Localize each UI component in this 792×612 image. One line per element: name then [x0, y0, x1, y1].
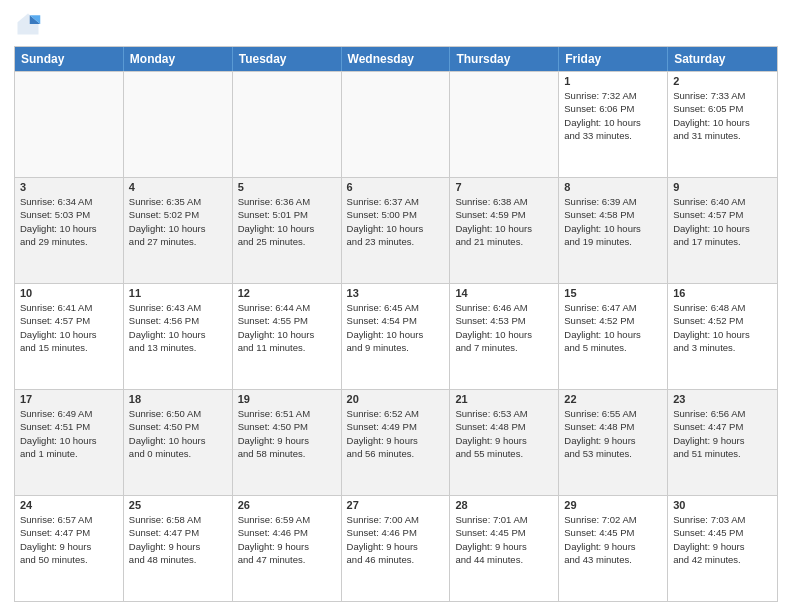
day-info: Sunrise: 7:33 AMSunset: 6:05 PMDaylight:…: [673, 89, 772, 142]
day-number: 10: [20, 287, 118, 299]
day-cell-11: 11Sunrise: 6:43 AMSunset: 4:56 PMDayligh…: [124, 284, 233, 389]
day-number: 23: [673, 393, 772, 405]
day-info: Sunrise: 7:32 AMSunset: 6:06 PMDaylight:…: [564, 89, 662, 142]
day-info: Sunrise: 6:36 AMSunset: 5:01 PMDaylight:…: [238, 195, 336, 248]
day-cell-2: 2Sunrise: 7:33 AMSunset: 6:05 PMDaylight…: [668, 72, 777, 177]
day-cell-23: 23Sunrise: 6:56 AMSunset: 4:47 PMDayligh…: [668, 390, 777, 495]
day-info: Sunrise: 6:50 AMSunset: 4:50 PMDaylight:…: [129, 407, 227, 460]
day-info: Sunrise: 6:59 AMSunset: 4:46 PMDaylight:…: [238, 513, 336, 566]
day-info: Sunrise: 6:52 AMSunset: 4:49 PMDaylight:…: [347, 407, 445, 460]
day-info: Sunrise: 7:01 AMSunset: 4:45 PMDaylight:…: [455, 513, 553, 566]
day-cell-1: 1Sunrise: 7:32 AMSunset: 6:06 PMDaylight…: [559, 72, 668, 177]
calendar-row-2: 3Sunrise: 6:34 AMSunset: 5:03 PMDaylight…: [15, 177, 777, 283]
empty-cell: [15, 72, 124, 177]
day-number: 8: [564, 181, 662, 193]
day-info: Sunrise: 6:46 AMSunset: 4:53 PMDaylight:…: [455, 301, 553, 354]
day-number: 17: [20, 393, 118, 405]
day-info: Sunrise: 6:34 AMSunset: 5:03 PMDaylight:…: [20, 195, 118, 248]
day-info: Sunrise: 6:40 AMSunset: 4:57 PMDaylight:…: [673, 195, 772, 248]
day-info: Sunrise: 6:56 AMSunset: 4:47 PMDaylight:…: [673, 407, 772, 460]
calendar: SundayMondayTuesdayWednesdayThursdayFrid…: [14, 46, 778, 602]
day-number: 15: [564, 287, 662, 299]
day-number: 30: [673, 499, 772, 511]
empty-cell: [233, 72, 342, 177]
day-info: Sunrise: 6:38 AMSunset: 4:59 PMDaylight:…: [455, 195, 553, 248]
day-cell-7: 7Sunrise: 6:38 AMSunset: 4:59 PMDaylight…: [450, 178, 559, 283]
day-cell-30: 30Sunrise: 7:03 AMSunset: 4:45 PMDayligh…: [668, 496, 777, 601]
day-info: Sunrise: 6:37 AMSunset: 5:00 PMDaylight:…: [347, 195, 445, 248]
day-cell-21: 21Sunrise: 6:53 AMSunset: 4:48 PMDayligh…: [450, 390, 559, 495]
day-number: 13: [347, 287, 445, 299]
day-number: 28: [455, 499, 553, 511]
day-number: 11: [129, 287, 227, 299]
day-number: 26: [238, 499, 336, 511]
day-number: 7: [455, 181, 553, 193]
day-number: 27: [347, 499, 445, 511]
calendar-row-1: 1Sunrise: 7:32 AMSunset: 6:06 PMDaylight…: [15, 71, 777, 177]
day-number: 24: [20, 499, 118, 511]
day-info: Sunrise: 6:47 AMSunset: 4:52 PMDaylight:…: [564, 301, 662, 354]
day-number: 6: [347, 181, 445, 193]
day-info: Sunrise: 6:44 AMSunset: 4:55 PMDaylight:…: [238, 301, 336, 354]
day-info: Sunrise: 6:57 AMSunset: 4:47 PMDaylight:…: [20, 513, 118, 566]
logo: [14, 10, 46, 38]
calendar-body: 1Sunrise: 7:32 AMSunset: 6:06 PMDaylight…: [15, 71, 777, 601]
header-cell-thursday: Thursday: [450, 47, 559, 71]
day-info: Sunrise: 6:35 AMSunset: 5:02 PMDaylight:…: [129, 195, 227, 248]
day-number: 25: [129, 499, 227, 511]
header: [14, 10, 778, 38]
day-info: Sunrise: 6:49 AMSunset: 4:51 PMDaylight:…: [20, 407, 118, 460]
page: SundayMondayTuesdayWednesdayThursdayFrid…: [0, 0, 792, 612]
day-cell-28: 28Sunrise: 7:01 AMSunset: 4:45 PMDayligh…: [450, 496, 559, 601]
day-number: 12: [238, 287, 336, 299]
day-number: 29: [564, 499, 662, 511]
day-number: 18: [129, 393, 227, 405]
day-cell-16: 16Sunrise: 6:48 AMSunset: 4:52 PMDayligh…: [668, 284, 777, 389]
day-number: 5: [238, 181, 336, 193]
day-cell-3: 3Sunrise: 6:34 AMSunset: 5:03 PMDaylight…: [15, 178, 124, 283]
day-info: Sunrise: 6:51 AMSunset: 4:50 PMDaylight:…: [238, 407, 336, 460]
day-cell-13: 13Sunrise: 6:45 AMSunset: 4:54 PMDayligh…: [342, 284, 451, 389]
day-cell-15: 15Sunrise: 6:47 AMSunset: 4:52 PMDayligh…: [559, 284, 668, 389]
header-cell-monday: Monday: [124, 47, 233, 71]
day-number: 1: [564, 75, 662, 87]
calendar-row-4: 17Sunrise: 6:49 AMSunset: 4:51 PMDayligh…: [15, 389, 777, 495]
day-info: Sunrise: 6:53 AMSunset: 4:48 PMDaylight:…: [455, 407, 553, 460]
day-info: Sunrise: 6:58 AMSunset: 4:47 PMDaylight:…: [129, 513, 227, 566]
day-cell-10: 10Sunrise: 6:41 AMSunset: 4:57 PMDayligh…: [15, 284, 124, 389]
day-info: Sunrise: 6:43 AMSunset: 4:56 PMDaylight:…: [129, 301, 227, 354]
day-cell-20: 20Sunrise: 6:52 AMSunset: 4:49 PMDayligh…: [342, 390, 451, 495]
day-cell-12: 12Sunrise: 6:44 AMSunset: 4:55 PMDayligh…: [233, 284, 342, 389]
day-info: Sunrise: 6:39 AMSunset: 4:58 PMDaylight:…: [564, 195, 662, 248]
day-number: 14: [455, 287, 553, 299]
day-info: Sunrise: 6:45 AMSunset: 4:54 PMDaylight:…: [347, 301, 445, 354]
empty-cell: [450, 72, 559, 177]
day-cell-29: 29Sunrise: 7:02 AMSunset: 4:45 PMDayligh…: [559, 496, 668, 601]
header-cell-saturday: Saturday: [668, 47, 777, 71]
header-cell-friday: Friday: [559, 47, 668, 71]
day-cell-24: 24Sunrise: 6:57 AMSunset: 4:47 PMDayligh…: [15, 496, 124, 601]
day-number: 16: [673, 287, 772, 299]
day-cell-27: 27Sunrise: 7:00 AMSunset: 4:46 PMDayligh…: [342, 496, 451, 601]
day-info: Sunrise: 7:03 AMSunset: 4:45 PMDaylight:…: [673, 513, 772, 566]
calendar-row-5: 24Sunrise: 6:57 AMSunset: 4:47 PMDayligh…: [15, 495, 777, 601]
header-cell-sunday: Sunday: [15, 47, 124, 71]
calendar-header: SundayMondayTuesdayWednesdayThursdayFrid…: [15, 47, 777, 71]
day-info: Sunrise: 6:48 AMSunset: 4:52 PMDaylight:…: [673, 301, 772, 354]
empty-cell: [124, 72, 233, 177]
day-number: 20: [347, 393, 445, 405]
day-info: Sunrise: 6:41 AMSunset: 4:57 PMDaylight:…: [20, 301, 118, 354]
day-cell-22: 22Sunrise: 6:55 AMSunset: 4:48 PMDayligh…: [559, 390, 668, 495]
day-cell-4: 4Sunrise: 6:35 AMSunset: 5:02 PMDaylight…: [124, 178, 233, 283]
day-info: Sunrise: 7:02 AMSunset: 4:45 PMDaylight:…: [564, 513, 662, 566]
day-cell-9: 9Sunrise: 6:40 AMSunset: 4:57 PMDaylight…: [668, 178, 777, 283]
day-cell-26: 26Sunrise: 6:59 AMSunset: 4:46 PMDayligh…: [233, 496, 342, 601]
logo-icon: [14, 10, 42, 38]
day-number: 21: [455, 393, 553, 405]
calendar-row-3: 10Sunrise: 6:41 AMSunset: 4:57 PMDayligh…: [15, 283, 777, 389]
header-cell-wednesday: Wednesday: [342, 47, 451, 71]
header-cell-tuesday: Tuesday: [233, 47, 342, 71]
day-number: 2: [673, 75, 772, 87]
day-cell-25: 25Sunrise: 6:58 AMSunset: 4:47 PMDayligh…: [124, 496, 233, 601]
day-cell-19: 19Sunrise: 6:51 AMSunset: 4:50 PMDayligh…: [233, 390, 342, 495]
